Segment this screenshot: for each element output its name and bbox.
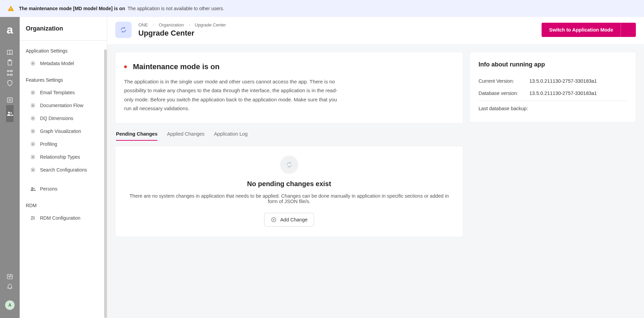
rail-item-clipboard[interactable] <box>6 58 14 68</box>
gear-icon <box>30 90 36 96</box>
pending-changes-panel: No pending changes exist There are no sy… <box>115 146 463 237</box>
sidebar-group-label: Features Settings <box>20 70 107 86</box>
rail-item-list[interactable] <box>6 95 14 105</box>
info-row: Database version:13.5.0.211130-2757-3301… <box>479 87 627 99</box>
gear-icon <box>30 154 36 160</box>
page-title: Upgrade Center <box>138 29 226 38</box>
notice-body: The application is in the single user mo… <box>124 77 341 113</box>
clipboard-icon <box>6 59 14 66</box>
info-value: 13.5.0.211130-2757-330183a1 <box>529 91 597 96</box>
sidebar-scrollbar[interactable] <box>104 49 107 318</box>
sidebar-item-label: Graph Visualization <box>40 128 81 134</box>
sidebar-item-label: Email Templates <box>40 90 75 95</box>
sidebar: Organization Application SettingsMetadat… <box>20 17 107 318</box>
gear-icon <box>30 128 36 134</box>
nodes-icon <box>6 69 14 77</box>
breadcrumb-item[interactable]: Organization <box>159 22 184 27</box>
sidebar-item-label: Persons <box>40 186 57 192</box>
switch-mode-caret[interactable] <box>621 23 636 37</box>
tab-applied-changes[interactable]: Applied Changes <box>167 128 204 141</box>
warning-icon <box>7 5 14 12</box>
chevron-right-icon <box>187 23 191 27</box>
gear-icon <box>30 167 36 173</box>
breadcrumb-item[interactable]: ONE <box>138 22 148 27</box>
info-title: Info about running app <box>479 61 627 68</box>
breadcrumb-item[interactable]: Upgrade Center <box>195 22 226 27</box>
tab-pending-changes[interactable]: Pending Changes <box>116 128 157 141</box>
sidebar-item-label: Relationship Types <box>40 154 80 160</box>
sidebar-item-dq-dimensions[interactable]: DQ Dimensions <box>20 112 107 125</box>
sidebar-item-label: Profiling <box>40 141 57 147</box>
sidebar-item-profiling[interactable]: Profiling <box>20 138 107 151</box>
plus-circle-icon <box>271 217 277 223</box>
nav-rail: a A <box>0 17 20 318</box>
running-app-info-card: Info about running app Current Version:1… <box>470 52 636 122</box>
sidebar-title: Organization <box>20 17 107 41</box>
sidebar-item-email-templates[interactable]: Email Templates <box>20 86 107 99</box>
activity-icon <box>6 273 13 280</box>
add-change-label: Add Change <box>280 217 308 222</box>
notice-title: Maintenance mode is on <box>133 62 220 71</box>
banner-message: The application is not available to othe… <box>128 6 224 11</box>
rail-item-bell[interactable] <box>6 281 13 291</box>
info-last-backup-label: Last database backup: <box>479 106 529 111</box>
gear-icon <box>30 141 36 147</box>
empty-title: No pending changes exist <box>124 180 454 188</box>
book-icon <box>6 49 14 56</box>
sidebar-item-rdm-configuration[interactable]: RDM Configuration <box>20 212 107 224</box>
info-key: Current Version: <box>479 78 529 84</box>
people-icon <box>6 110 14 117</box>
switch-mode-button[interactable]: Switch to Application Mode <box>542 23 621 37</box>
sidebar-item-label: Documentation Flow <box>40 103 83 108</box>
rail-item-people[interactable] <box>6 105 14 122</box>
tab-application-log[interactable]: Application Log <box>214 128 248 141</box>
sidebar-item-graph-visualization[interactable]: Graph Visualization <box>20 125 107 138</box>
sidebar-item-documentation-flow[interactable]: Documentation Flow <box>20 99 107 112</box>
sidebar-item-persons[interactable]: Persons <box>20 182 107 195</box>
rail-item-book[interactable] <box>6 47 14 58</box>
info-key: Database version: <box>479 91 529 96</box>
tabs: Pending ChangesApplied ChangesApplicatio… <box>115 127 463 141</box>
sidebar-item-label: RDM Configuration <box>40 215 80 221</box>
sidebar-group-label: Application Settings <box>20 41 107 57</box>
info-row: Current Version:13.5.0.211130-2757-33018… <box>479 75 627 87</box>
add-change-button[interactable]: Add Change <box>264 213 314 226</box>
bell-icon <box>6 283 13 290</box>
sidebar-group-label: RDM <box>20 195 107 212</box>
status-dot-icon <box>124 65 127 68</box>
rail-item-nodes[interactable] <box>6 68 14 78</box>
page-header: ONEOrganizationUpgrade Center Upgrade Ce… <box>107 17 644 44</box>
info-value: 13.5.0.211130-2757-330183a1 <box>529 78 597 84</box>
gear-icon <box>30 102 36 108</box>
app-logo[interactable]: a <box>7 24 13 35</box>
sidebar-item-label: Search Configurations <box>40 167 87 173</box>
gear-icon <box>30 60 36 66</box>
empty-body: There are no system changes in applicati… <box>124 193 454 204</box>
sidebar-item-relationship-types[interactable]: Relationship Types <box>20 151 107 163</box>
sidebar-item-search-configurations[interactable]: Search Configurations <box>20 163 107 176</box>
maintenance-notice-card: Maintenance mode is on The application i… <box>115 52 463 123</box>
list-icon <box>6 96 14 104</box>
maintenance-banner: The maintenance mode [MD model Mode] is … <box>0 0 644 17</box>
shield-icon <box>6 79 14 87</box>
sliders-icon <box>30 215 36 221</box>
gear-icon <box>30 115 36 121</box>
people-icon <box>30 186 36 192</box>
user-avatar[interactable]: A <box>5 300 15 310</box>
sidebar-item-metadata-model[interactable]: Metadata Model <box>20 57 107 70</box>
refresh-icon <box>115 22 132 38</box>
refresh-icon <box>280 156 298 174</box>
switch-mode-button-group: Switch to Application Mode <box>542 23 636 37</box>
rail-item-activity[interactable] <box>6 272 13 281</box>
sidebar-item-label: Metadata Model <box>40 61 74 66</box>
chevron-right-icon <box>151 23 155 27</box>
breadcrumb: ONEOrganizationUpgrade Center <box>138 22 226 27</box>
banner-strong: The maintenance mode [MD model Mode] is … <box>19 6 125 11</box>
rail-item-shield[interactable] <box>6 78 14 88</box>
sidebar-item-label: DQ Dimensions <box>40 116 73 121</box>
